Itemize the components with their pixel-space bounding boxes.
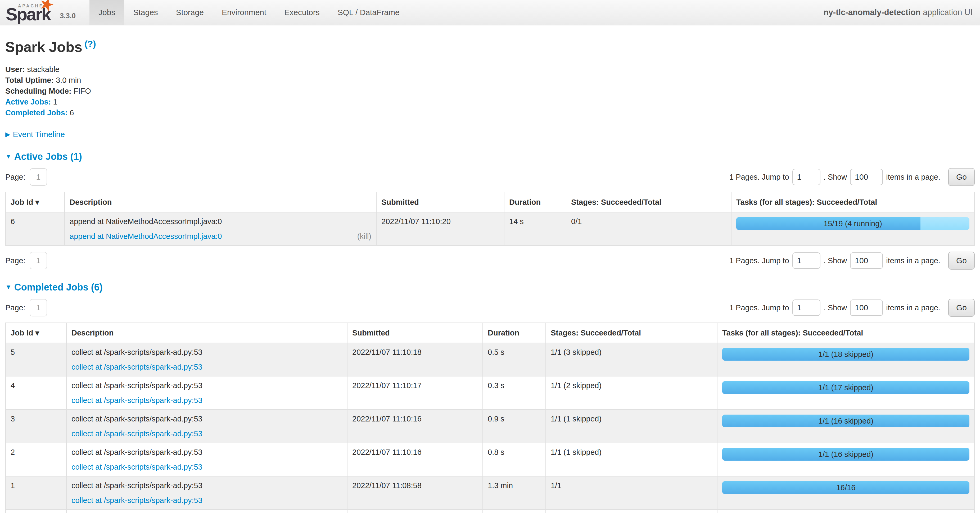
jump-to-page-input[interactable]	[792, 253, 821, 269]
go-button[interactable]: Go	[948, 168, 975, 186]
description-cell: collect at /spark-scripts/spark-ad.py:53…	[67, 343, 347, 376]
job-description-text: collect at /spark-scripts/spark-ad.py:53	[72, 413, 342, 424]
application-name: ny-tlc-anomaly-detection	[824, 8, 921, 17]
items-per-page-input[interactable]	[850, 169, 883, 185]
progress-label: 1/1 (16 skipped)	[722, 448, 969, 461]
duration-cell: 1.3 min	[483, 476, 546, 510]
spark-logo: APACHE Spark ★ 3.3.0	[0, 0, 80, 25]
active-jobs-heading[interactable]: ▼Active Jobs (1)	[5, 151, 975, 162]
tab-storage[interactable]: Storage	[167, 0, 213, 25]
pagination-row: Page:1 Pages. Jump to. Showitems in a pa…	[5, 168, 975, 186]
summary-label[interactable]: Active Jobs:	[5, 98, 51, 106]
pagination-row: Page:1 Pages. Jump to. Showitems in a pa…	[5, 299, 975, 317]
job-description-line2: collect at /spark-scripts/spark-ad.py:53	[72, 362, 342, 372]
summary-label: Scheduling Mode:	[5, 87, 72, 95]
job-description-link[interactable]: collect at /spark-scripts/spark-ad.py:53	[72, 462, 202, 472]
duration-cell: 0.3 s	[483, 376, 546, 410]
tasks-cell: 15/19 (4 running)	[731, 212, 974, 246]
column-header-tasks[interactable]: Tasks (for all stages): Succeeded/Total	[717, 323, 974, 343]
progress-label: 1/1 (18 skipped)	[722, 348, 969, 361]
tab-stages[interactable]: Stages	[124, 0, 167, 25]
page-title: Spark Jobs(?)	[5, 39, 975, 55]
job-description-link[interactable]: collect at /spark-scripts/spark-ad.py:53	[72, 428, 202, 439]
job-description-line2: append at NativeMethodAccessorImpl.java:…	[70, 231, 371, 241]
submitted-cell: 2022/11/07 11:10:20	[376, 212, 504, 246]
completed-jobs-table: Job Id ▾DescriptionSubmittedDurationStag…	[5, 322, 975, 513]
job-description-line2: collect at /spark-scripts/spark-ad.py:53	[72, 495, 342, 506]
job-description-link[interactable]: collect at /spark-scripts/spark-ad.py:53	[72, 362, 202, 372]
column-header-duration[interactable]: Duration	[504, 192, 566, 212]
kill-link[interactable]: (kill)	[357, 231, 371, 241]
tasks-cell: 1/1	[717, 510, 974, 513]
duration-cell: 0.5 s	[483, 343, 546, 376]
description-cell: collect at /spark-scripts/spark-ad.py:53…	[67, 376, 347, 410]
job-description-line2: collect at /spark-scripts/spark-ad.py:53	[72, 462, 342, 472]
summary-label: Total Uptime:	[5, 76, 54, 84]
tasks-cell: 1/1 (16 skipped)	[717, 410, 974, 443]
completed-jobs-heading[interactable]: ▼Completed Jobs (6)	[5, 282, 975, 293]
submitted-cell: 2022/11/07 11:08:58	[347, 476, 483, 510]
stages-cell: 0/1	[566, 212, 731, 246]
tab-executors[interactable]: Executors	[275, 0, 328, 25]
column-header-description[interactable]: Description	[65, 192, 376, 212]
column-header-stages[interactable]: Stages: Succeeded/Total	[546, 323, 717, 343]
tasks-cell: 16/16	[717, 476, 974, 510]
column-header-description[interactable]: Description	[67, 323, 347, 343]
job-description-text: collect at /spark-scripts/spark-ad.py:53	[72, 447, 342, 457]
event-timeline-toggle[interactable]: ▶Event Timeline	[5, 130, 975, 139]
job-id-cell: 3	[6, 410, 67, 443]
column-header-stages[interactable]: Stages: Succeeded/Total	[566, 192, 731, 212]
column-header-submitted[interactable]: Submitted	[347, 323, 483, 343]
job-id-cell: 2	[6, 443, 67, 476]
job-id-cell: 1	[6, 476, 67, 510]
items-in-page-text: items in a page.	[886, 303, 940, 312]
go-button[interactable]: Go	[948, 299, 975, 317]
page-number-input[interactable]	[30, 168, 47, 186]
tab-environment[interactable]: Environment	[213, 0, 275, 25]
description-cell: collect at /spark-scripts/spark-ad.py:53…	[67, 476, 347, 510]
submitted-cell: 2022/11/07 11:10:17	[347, 376, 483, 410]
column-header-submitted[interactable]: Submitted	[376, 192, 504, 212]
job-id-cell: 6	[6, 212, 65, 246]
pages-jump-text: 1 Pages. Jump to	[729, 303, 789, 312]
tasks-progress-bar: 1/1 (16 skipped)	[722, 415, 969, 427]
summary-label[interactable]: Completed Jobs:	[5, 108, 67, 117]
tasks-cell: 1/1 (17 skipped)	[717, 376, 974, 410]
page-label: Page:	[5, 303, 25, 312]
column-header-job-id[interactable]: Job Id ▾	[6, 323, 67, 343]
column-header-tasks[interactable]: Tasks (for all stages): Succeeded/Total	[731, 192, 974, 212]
job-description-link[interactable]: append at NativeMethodAccessorImpl.java:…	[70, 231, 222, 241]
page-number-input[interactable]	[30, 299, 47, 316]
pagination-row: Page:1 Pages. Jump to. Showitems in a pa…	[5, 252, 975, 270]
stages-cell: 1/1	[546, 510, 717, 513]
table-row: 1collect at /spark-scripts/spark-ad.py:5…	[6, 476, 974, 510]
page-number-input[interactable]	[30, 252, 47, 269]
duration-cell: 0.8 s	[483, 443, 546, 476]
tab-sql-dataframe[interactable]: SQL / DataFrame	[329, 0, 409, 25]
summary-list: User: stackableTotal Uptime: 3.0 minSche…	[5, 64, 975, 118]
application-ui-suffix: application UI	[921, 8, 973, 17]
job-description-link[interactable]: collect at /spark-scripts/spark-ad.py:53	[72, 395, 202, 406]
tasks-cell: 1/1 (18 skipped)	[717, 343, 974, 376]
go-button[interactable]: Go	[948, 252, 975, 270]
description-cell: append at NativeMethodAccessorImpl.java:…	[65, 212, 376, 246]
job-description-link[interactable]: collect at /spark-scripts/spark-ad.py:53	[72, 495, 202, 506]
page-content: Spark Jobs(?) User: stackableTotal Uptim…	[0, 25, 980, 513]
show-text: . Show	[824, 256, 847, 265]
jump-to-page-input[interactable]	[792, 169, 821, 185]
tab-jobs[interactable]: Jobs	[89, 0, 124, 25]
column-header-duration[interactable]: Duration	[483, 323, 546, 343]
items-per-page-input[interactable]	[850, 300, 883, 316]
help-link[interactable]: (?)	[84, 39, 96, 49]
column-header-job-id[interactable]: Job Id ▾	[6, 192, 65, 212]
job-id-cell: 5	[6, 343, 67, 376]
pagination-left: Page:	[5, 252, 47, 269]
job-description-text: collect at /spark-scripts/spark-ad.py:53	[72, 347, 342, 357]
submitted-cell: 2022/11/07 11:08:15	[347, 510, 483, 513]
job-description-text: collect at /spark-scripts/spark-ad.py:53	[72, 380, 342, 391]
items-per-page-input[interactable]	[850, 253, 883, 269]
pagination-left: Page:	[5, 168, 47, 186]
jump-to-page-input[interactable]	[792, 300, 821, 316]
pagination-right: 1 Pages. Jump to. Showitems in a page.Go	[726, 252, 975, 270]
application-id: ny-tlc-anomaly-detection application UI	[824, 0, 973, 25]
